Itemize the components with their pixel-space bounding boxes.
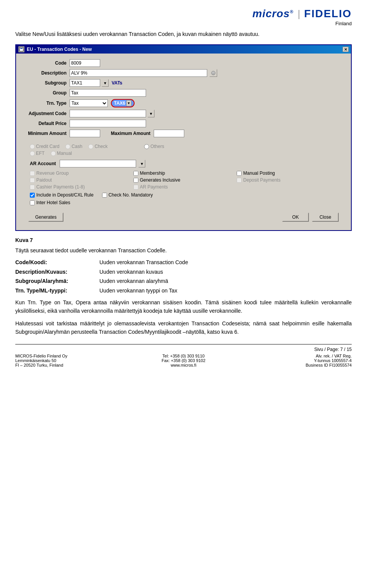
logo-finland-text: Finland [252, 21, 352, 26]
description-input[interactable] [70, 69, 207, 77]
info-row-trntype: Trn. Type/ML-tyyppi: Uuden verokannan ty… [15, 286, 191, 295]
info-desc-field: Description/Kuvaus: [15, 267, 99, 276]
footer-address2: FI – 20520 Turku, Finland [15, 363, 127, 367]
deposit-payments-checkbox[interactable] [237, 178, 242, 183]
footer-col-middle: Tel: +358 (0) 303 9110 Fax: +358 (0) 303… [127, 354, 239, 367]
group-label: Group [22, 88, 68, 98]
radio-check: Check [88, 144, 107, 149]
code-label: Code [22, 58, 68, 68]
form-table: Code Description ... [22, 58, 345, 138]
ar-account-dropdown[interactable]: ▼ [138, 160, 145, 167]
svg-rect-1 [20, 48, 23, 49]
generates-button[interactable]: Generates [28, 213, 63, 222]
radio-group-row2: EFT Manual [22, 150, 345, 158]
info-row-description: Description/Kuvaus: Uuden verokannan kuv… [15, 267, 191, 276]
ar-payments-checkbox-item: AR Payments [133, 184, 234, 190]
manual-posting-checkbox[interactable] [237, 171, 242, 176]
close-button-btn[interactable]: Close [312, 213, 339, 222]
default-price-row: Default Price [22, 119, 345, 128]
adjustment-dropdown-btn[interactable]: ▼ [148, 110, 154, 117]
footer-col-left: MICROS-Fidelio Finland Oy Lemminkäisenka… [15, 354, 127, 367]
radio-cash-label: Cash [71, 144, 82, 149]
logo-area: micros® FIDELIO Finland [252, 8, 352, 26]
paidout-label: Paidout [36, 177, 52, 183]
deposit-payments-checkbox-item: Deposit Payments [237, 177, 337, 183]
footer-tel: Tel: +358 (0) 303 9110 [127, 354, 239, 358]
radio-check-input[interactable] [88, 144, 93, 149]
radio-credit-card-label: Credit Card [36, 144, 59, 149]
cashier-payments-checkbox[interactable] [30, 185, 35, 190]
info-desc-value: Uuden verokannan kuvaus [99, 267, 191, 276]
radio-others-input[interactable] [144, 144, 149, 149]
footer-y-tunnus: Y-tunnus 1005557-4 [240, 358, 352, 363]
info-subgroup-field: Subgroup/Alaryhmä: [15, 276, 99, 286]
code-input[interactable] [70, 59, 100, 67]
trn-type-row: Trn. Type Tax TAX6 ▼ [22, 98, 345, 109]
revenue-group-checkbox[interactable] [30, 171, 35, 176]
radio-credit-card: Credit Card [30, 144, 59, 149]
subgroup-dropdown-btn[interactable]: ▼ [102, 79, 109, 87]
membership-checkbox[interactable] [133, 171, 138, 176]
description-label: Description [22, 68, 68, 78]
adjustment-input[interactable] [70, 110, 146, 117]
checkbox-grid: Revenue Group Membership Manual Posting … [22, 169, 345, 191]
tax6-text: TAX6 [114, 101, 125, 106]
paragraph-1: Kun Trn. Type on Tax, Opera antaa näkyvi… [15, 298, 352, 315]
manual-posting-checkbox-item: Manual Posting [237, 171, 337, 176]
ok-button[interactable]: OK [282, 213, 309, 222]
tax6-dropdown[interactable]: ▼ [126, 100, 132, 106]
radio-manual-label: Manual [57, 151, 72, 156]
description-icon-btn[interactable]: ... [209, 69, 217, 77]
dialog-title: EU - Transaction Codes - New [27, 47, 92, 52]
info-code-field: Code/Koodi: [15, 258, 99, 267]
info-row-subgroup: Subgroup/Alaryhmä: Uuden verokannan alar… [15, 276, 191, 286]
include-deposit-row: Include in Deposit/CXL Rule Check No. Ma… [22, 191, 345, 199]
tax6-box: TAX6 ▼ [111, 99, 135, 107]
inter-hotel-row: Inter Hotel Sales [22, 199, 345, 206]
inter-hotel-label: Inter Hotel Sales [36, 200, 70, 205]
trn-type-select[interactable]: Tax [70, 99, 108, 107]
titlebar-left: EU - Transaction Codes - New [18, 46, 92, 52]
info-trntype-field: Trn. Type/ML-tyyppi: [15, 286, 99, 295]
include-deposit-item: Include in Deposit/CXL Rule [30, 192, 94, 198]
membership-label: Membership [140, 171, 165, 176]
buttons-right: OK Close [282, 213, 339, 222]
subgroup-label: Subgroup [22, 78, 68, 88]
min-amount-input[interactable] [70, 130, 100, 137]
include-deposit-checkbox[interactable] [30, 193, 35, 198]
radio-eft-label: EFT [36, 151, 45, 156]
vats-label: VATs [112, 80, 122, 86]
inter-hotel-checkbox[interactable] [30, 200, 35, 205]
footer: Sivu / Page: 7 / 15 MICROS-Fidelio Finla… [15, 344, 352, 367]
default-price-input[interactable] [70, 120, 146, 127]
group-input[interactable] [70, 89, 146, 97]
info-code-value: Uuden verokannan Transaction Code [99, 258, 191, 267]
manual-posting-label: Manual Posting [243, 171, 275, 176]
subgroup-input[interactable] [70, 79, 100, 87]
radio-others-label: Others [150, 144, 164, 149]
paidout-checkbox[interactable] [30, 178, 35, 183]
ar-account-row: AR Account ▼ [22, 158, 345, 169]
amount-row: Minimum Amount Maximum Amount [22, 128, 345, 138]
radio-manual-input[interactable] [51, 151, 56, 156]
close-button[interactable]: ✕ [343, 47, 349, 52]
max-amount-input[interactable] [154, 130, 184, 137]
intro-text: Valitse New/Uusi lisätäksesi uuden verok… [15, 30, 352, 38]
code-row: Code [22, 58, 345, 68]
include-deposit-label: Include in Deposit/CXL Rule [36, 192, 94, 198]
ar-account-input[interactable] [60, 160, 136, 167]
dialog-body: Code Description ... [16, 54, 351, 230]
titlebar-icon [18, 46, 24, 52]
dialog-window: EU - Transaction Codes - New ✕ Code Desc… [15, 44, 352, 231]
ar-payments-checkbox[interactable] [133, 185, 138, 190]
deposit-payments-label: Deposit Payments [243, 177, 280, 183]
generates-inclusive-checkbox-item: Generates Inclusive [133, 177, 234, 183]
radio-eft-input[interactable] [30, 151, 35, 156]
generates-inclusive-checkbox[interactable] [133, 178, 138, 183]
adjustment-label: Adjustment Code [22, 109, 68, 119]
check-mandatory-checkbox[interactable] [102, 193, 107, 198]
generates-inclusive-label: Generates Inclusive [140, 177, 180, 183]
radio-credit-card-input[interactable] [30, 144, 35, 149]
radio-cash-input[interactable] [65, 144, 70, 149]
logo-text: micros® FIDELIO [252, 8, 352, 20]
